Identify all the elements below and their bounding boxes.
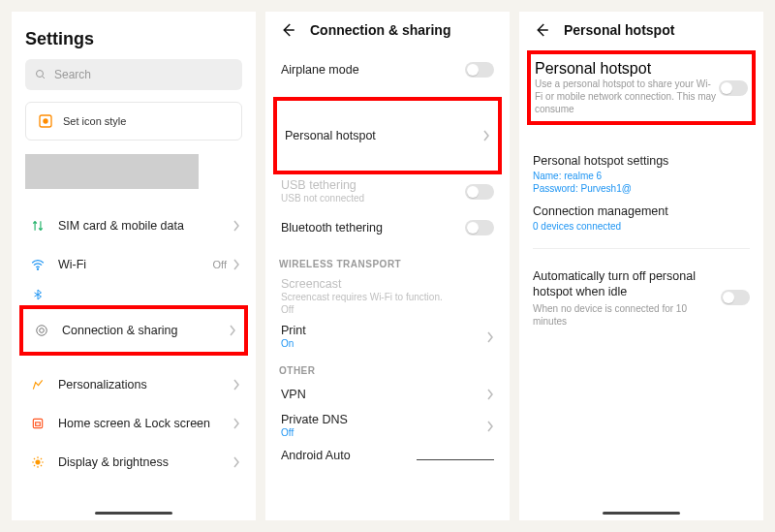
row-label: Print	[281, 324, 486, 337]
row-sub: Screencast requires Wi-Fi to function.	[281, 291, 494, 303]
airplane-toggle[interactable]	[465, 62, 494, 78]
row-label: Display & brightness	[58, 455, 232, 469]
row-label: Airplane mode	[281, 63, 465, 77]
row-private-dns[interactable]: Private DNS Off	[279, 409, 496, 443]
search-icon	[35, 69, 46, 80]
row-label: SIM card & mobile data	[58, 219, 232, 233]
row-bluetooth[interactable]	[25, 284, 242, 305]
row-val: Off	[281, 426, 486, 439]
row-hotspot-settings[interactable]: Personal hotspot settings Name: realme 6…	[533, 154, 750, 195]
bluetooth-icon	[27, 289, 48, 300]
chevron-right-icon	[229, 325, 236, 336]
row-hotspot-toggle[interactable]: Personal hotspot Use a personal hotspot …	[535, 60, 748, 115]
back-icon[interactable]	[533, 21, 550, 39]
chevron-right-icon	[232, 456, 240, 468]
row-connection-mgmt[interactable]: Connection management 0 devices connecte…	[533, 204, 750, 233]
row-usb-tethering[interactable]: USB tethering USB not connected	[279, 174, 496, 208]
row-label: Bluetooth tethering	[281, 221, 465, 235]
row-label: Personalizations	[58, 378, 232, 391]
icon-style-icon	[38, 113, 53, 129]
hotspot-toggle[interactable]	[719, 80, 748, 96]
usb-toggle[interactable]	[465, 184, 494, 200]
header: Personal hotspot	[533, 21, 750, 39]
highlight-connection-sharing: Connection & sharing	[19, 305, 248, 356]
row-sub: Use a personal hotspot to share your Wi-…	[535, 78, 719, 115]
highlight-personal-hotspot: Personal hotspot	[273, 97, 502, 174]
row-label: VPN	[281, 388, 486, 401]
personal-hotspot-screen: Personal hotspot Personal hotspot Use a …	[519, 12, 763, 520]
icon-style-card[interactable]: Set icon style	[25, 102, 242, 141]
row-personal-hotspot[interactable]: Personal hotspot	[277, 116, 498, 155]
page-title: Personal hotspot	[564, 22, 674, 38]
sharing-icon	[31, 324, 52, 337]
row-label: Android Auto	[281, 449, 417, 462]
svg-point-6	[40, 329, 45, 333]
personalization-icon	[27, 378, 48, 391]
svg-line-1	[43, 77, 46, 79]
row-bluetooth-tethering[interactable]: Bluetooth tethering	[279, 208, 496, 247]
row-wifi[interactable]: Wi-Fi Off	[25, 245, 242, 284]
row-value: Off	[213, 259, 227, 270]
wifi-icon	[27, 258, 48, 271]
row-label: USB tethering	[281, 178, 465, 192]
row-vpn[interactable]: VPN	[279, 380, 496, 409]
row-label: Connection & sharing	[62, 324, 229, 337]
svg-point-9	[36, 460, 41, 465]
row-label: Screencast	[281, 277, 494, 291]
header: Connection & sharing	[279, 21, 496, 39]
chevron-right-icon	[232, 379, 240, 391]
row-label: Home screen & Lock screen	[58, 417, 232, 430]
chevron-right-icon	[232, 418, 240, 429]
row-display[interactable]: Display & brightness	[25, 443, 242, 482]
page-title: Settings	[25, 29, 242, 49]
page-title: Connection & sharing	[310, 22, 450, 38]
chevron-right-icon	[232, 259, 240, 270]
icon-style-label: Set icon style	[63, 115, 126, 127]
row-personalizations[interactable]: Personalizations	[25, 365, 242, 404]
settings-screen: Settings Search Set icon style SIM card …	[12, 12, 256, 520]
nav-indicator	[95, 512, 172, 515]
svg-point-5	[37, 326, 47, 336]
svg-point-0	[37, 71, 44, 78]
highlight-hotspot-toggle: Personal hotspot Use a personal hotspot …	[527, 50, 756, 125]
nav-indicator	[603, 512, 680, 515]
row-screencast[interactable]: Screencast Screencast requires Wi-Fi to …	[279, 273, 496, 320]
row-android-auto[interactable]: Android Auto	[279, 443, 496, 468]
row-val: Off	[281, 303, 494, 316]
row-sim[interactable]: SIM card & mobile data	[25, 206, 242, 245]
search-placeholder: Search	[54, 68, 91, 81]
svg-rect-7	[33, 419, 42, 427]
row-val: On	[281, 337, 486, 350]
auto-off-toggle[interactable]	[721, 290, 750, 305]
chevron-right-icon	[482, 130, 490, 141]
sim-icon	[27, 219, 48, 233]
row-airplane[interactable]: Airplane mode	[279, 50, 496, 89]
bt-toggle[interactable]	[465, 220, 494, 235]
row-print[interactable]: Print On	[279, 320, 496, 354]
svg-rect-8	[36, 422, 41, 426]
row-auto-off[interactable]: Automatically turn off personal hotspot …	[533, 268, 750, 328]
home-icon	[27, 417, 48, 430]
row-label: Personal hotspot	[285, 129, 482, 142]
row-connection-sharing[interactable]: Connection & sharing	[23, 311, 244, 350]
brightness-icon	[27, 455, 48, 469]
row-label: Private DNS	[281, 413, 486, 426]
svg-point-4	[37, 268, 38, 269]
row-label: Wi-Fi	[58, 258, 213, 271]
row-label: Automatically turn off personal hotspot …	[533, 268, 721, 300]
search-input[interactable]: Search	[25, 59, 242, 90]
section-other: OTHER	[279, 365, 496, 376]
section-wireless: WIRELESS TRANSPORT	[279, 259, 496, 269]
divider	[533, 248, 750, 249]
row-sub: 0 devices connected	[533, 220, 750, 233]
row-home-lock[interactable]: Home screen & Lock screen	[25, 404, 242, 443]
chevron-right-icon	[486, 389, 494, 400]
underline	[417, 451, 494, 460]
back-icon[interactable]	[279, 21, 296, 39]
svg-point-3	[43, 118, 47, 123]
connection-sharing-screen: Connection & sharing Airplane mode Perso…	[265, 12, 510, 520]
chevron-right-icon	[232, 220, 240, 232]
row-label: Personal hotspot	[535, 60, 719, 78]
row-label: Connection management	[533, 204, 750, 218]
chevron-right-icon	[486, 331, 494, 343]
